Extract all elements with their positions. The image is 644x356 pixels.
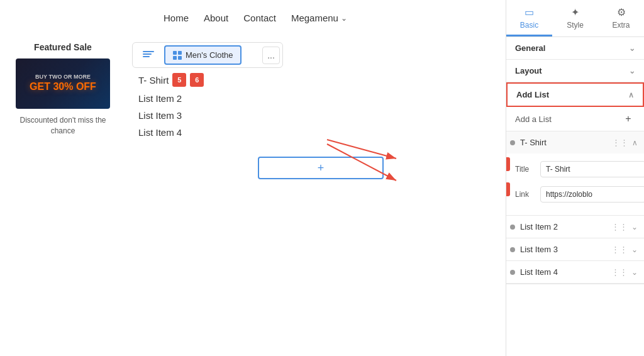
add-list-plus-button[interactable]: + (621, 112, 635, 126)
badge-6: 6 (190, 73, 204, 87)
link-field-label: Link (515, 190, 535, 199)
layout-header[interactable]: Layout ⌄ (506, 60, 644, 82)
sale-banner-line2: GET 30% OFF (30, 81, 96, 94)
tshirt-dot (510, 140, 515, 145)
general-chevron: ⌄ (629, 44, 635, 53)
grid-icon (173, 51, 182, 60)
menu-more-button[interactable]: ... (262, 47, 280, 64)
accordion-item-4: List Item 4 ⋮⋮ ⌄ (506, 261, 644, 284)
item2-expand-icon[interactable]: ⌄ (631, 223, 638, 231)
basic-icon: ▭ (525, 6, 534, 18)
right-panel: ▭ Basic ✦ Style ⚙ Extra General ⌄ Layout… (506, 0, 644, 356)
accordion-item-3-header[interactable]: List Item 3 ⋮⋮ ⌄ (506, 238, 644, 260)
item4-dot (510, 270, 515, 275)
panel-badge-6: 6 (506, 182, 510, 196)
link-field-row: Link ⚙ (515, 186, 635, 203)
panel-tabs: ▭ Basic ✦ Style ⚙ Extra (506, 0, 644, 37)
list-item-3-label: List Item 3 (138, 110, 182, 121)
list-item-tshirt: T- Shirt 5 6 (138, 73, 480, 87)
chevron-down-icon: ⌄ (341, 14, 347, 23)
top-nav: Home About Contact Megamenu ⌄ (0, 0, 506, 30)
plus-icon: + (318, 162, 325, 175)
title-input[interactable] (540, 161, 644, 177)
item4-actions: ⋮⋮ ⌄ (611, 267, 638, 277)
accordion-item-2: List Item 2 ⋮⋮ ⌄ (506, 216, 644, 238)
link-input[interactable] (540, 186, 644, 203)
list-item-2: List Item 2 (138, 93, 480, 104)
canvas-wrapper: Men's Clothe ... T- Shirt 5 6 List Item … (132, 42, 480, 343)
tab-style-label: Style (567, 21, 584, 30)
add-list-section: Add List ∧ Add a List + T- Shirt ⋮⋮ ∧ (506, 82, 644, 284)
menu-tab-label: Men's Clothe (186, 50, 233, 60)
nav-megamenu[interactable]: Megamenu ⌄ (291, 13, 347, 23)
menu-tabs-bar: Men's Clothe ... (132, 42, 283, 68)
item2-actions: ⋮⋮ ⌄ (611, 222, 638, 231)
accordion-tshirt-label: T- Shirt (520, 138, 607, 147)
layout-section: Layout ⌄ (506, 60, 644, 82)
list-icon (143, 51, 154, 60)
accordion-item-3-label: List Item 3 (520, 245, 606, 254)
general-section: General ⌄ (506, 37, 644, 60)
accordion-item-3: List Item 3 ⋮⋮ ⌄ (506, 238, 644, 261)
featured-sale-sidebar: Featured Sale BUY TWO OR MORE GET 30% OF… (13, 42, 113, 343)
style-icon: ✦ (571, 6, 579, 18)
general-header[interactable]: General ⌄ (506, 37, 644, 59)
item4-drag-icon[interactable]: ⋮⋮ (611, 267, 628, 277)
panel-badge-5: 5 (506, 157, 510, 171)
list-item-3: List Item 3 (138, 110, 480, 121)
sale-banner-line1: BUY TWO OR MORE (35, 74, 91, 81)
nav-home[interactable]: Home (164, 13, 189, 23)
add-a-list-label: Add a List (515, 114, 552, 124)
item3-expand-icon[interactable]: ⌄ (631, 245, 638, 254)
tab-style[interactable]: ✦ Style (552, 0, 598, 36)
tab-basic[interactable]: ▭ Basic (506, 0, 552, 36)
nav-about[interactable]: About (204, 13, 228, 23)
item3-drag-icon[interactable]: ⋮⋮ (611, 245, 628, 254)
add-list-label: Add List (516, 90, 549, 99)
item2-dot (510, 225, 515, 230)
tshirt-expand-icon[interactable]: ∧ (632, 138, 638, 147)
accordion-item-2-header[interactable]: List Item 2 ⋮⋮ ⌄ (506, 216, 644, 238)
tshirt-actions: ⋮⋮ ∧ (612, 138, 638, 147)
item4-expand-icon[interactable]: ⌄ (631, 268, 638, 277)
accordion-item-4-header[interactable]: List Item 4 ⋮⋮ ⌄ (506, 261, 644, 283)
item3-dot (510, 247, 515, 252)
extra-icon: ⚙ (617, 6, 626, 18)
add-list-header[interactable]: Add List ∧ (506, 82, 644, 107)
title-field-label: Title (515, 165, 535, 174)
menu-editor: Men's Clothe ... T- Shirt 5 6 List Item … (132, 42, 480, 179)
list-item-4-label: List Item 4 (138, 127, 182, 138)
title-field-row: Title (515, 161, 635, 177)
add-a-list-row: Add a List + (506, 107, 644, 131)
tshirt-drag-icon[interactable]: ⋮⋮ (612, 138, 628, 147)
accordion-tshirt-header[interactable]: T- Shirt ⋮⋮ ∧ (506, 131, 644, 153)
badge-5: 5 (172, 73, 186, 87)
accordion-item-4-label: List Item 4 (520, 267, 606, 277)
general-label: General (515, 43, 545, 53)
accordion-item-2-label: List Item 2 (520, 222, 606, 231)
accordion-tshirt: T- Shirt ⋮⋮ ∧ 5 Title (506, 131, 644, 216)
list-items-area: T- Shirt 5 6 List Item 2 List Item 3 Lis… (132, 73, 480, 179)
tshirt-content: 5 Title 6 Link ⚙ (506, 153, 644, 215)
sale-banner: BUY TWO OR MORE GET 30% OFF (16, 58, 110, 109)
featured-sale-title: Featured Sale (34, 42, 92, 52)
nav-contact[interactable]: Contact (243, 13, 276, 23)
tab-basic-label: Basic (520, 21, 538, 30)
add-list-chevron: ∧ (628, 91, 634, 99)
tab-extra-label: Extra (612, 21, 630, 30)
item2-drag-icon[interactable]: ⋮⋮ (611, 222, 628, 231)
add-column-button[interactable]: + (258, 157, 384, 179)
list-item-2-label: List Item 2 (138, 93, 182, 104)
menu-tab-list[interactable] (135, 47, 162, 64)
list-item-4: List Item 4 (138, 127, 480, 138)
layout-chevron: ⌄ (629, 67, 635, 75)
layout-label: Layout (515, 66, 542, 75)
tab-extra[interactable]: ⚙ Extra (598, 0, 644, 36)
menu-tab-grid[interactable]: Men's Clothe (164, 45, 242, 65)
sale-description: Discounted don't miss the chance (13, 115, 113, 136)
tshirt-label: T- Shirt (138, 75, 169, 86)
item3-actions: ⋮⋮ ⌄ (611, 245, 638, 254)
